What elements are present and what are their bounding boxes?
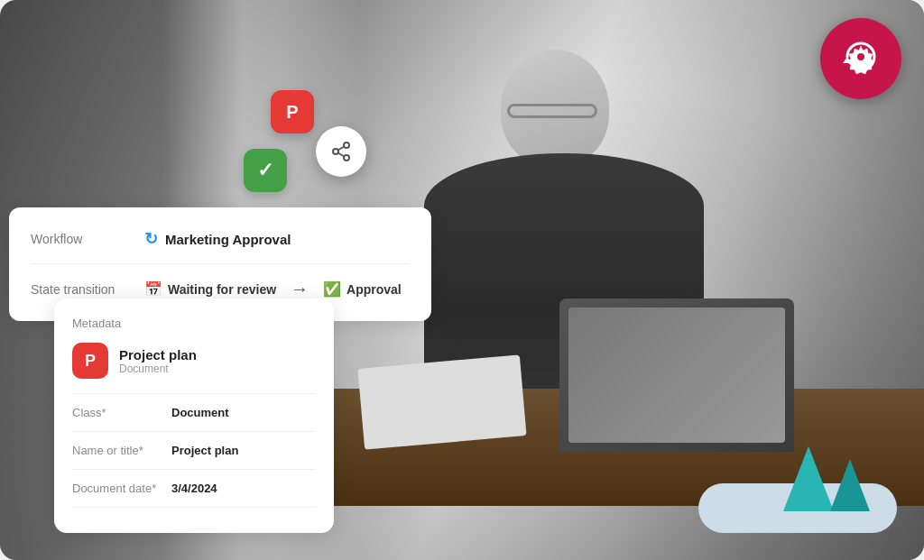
svg-point-2 [857,53,864,60]
metadata-field-row: Name or title*Project plan [72,439,316,462]
floating-icons-area: P ✓ [235,90,415,198]
svg-line-7 [338,147,345,151]
main-scene: P ✓ Workflow ↻ Marketing Approval [0,0,924,560]
svg-point-4 [333,149,338,154]
teal-decoration [783,446,870,515]
laptop-display [568,308,785,443]
metadata-field-key: Document date* [72,482,171,495]
metadata-section-title: Metadata [72,317,316,330]
metadata-field-key: Class* [72,406,171,419]
state-transition-label: State transition [31,282,130,297]
metadata-field-key: Name or title* [72,444,171,457]
svg-point-3 [344,142,349,148]
workflow-row: Workflow ↻ Marketing Approval [31,222,410,256]
metadata-field-row: Class*Document [72,401,316,424]
teal-peak-1 [783,446,834,511]
state-from-text: Waiting for review [168,282,276,297]
state-to-text: Approval [346,282,402,297]
metadata-field-value: 3/4/2024 [171,482,217,495]
workflow-label: Workflow [31,232,130,246]
metadata-doc-type: Document [119,363,197,375]
workflow-divider [31,263,410,264]
state-from-badge: 📅 Waiting for review [144,280,276,298]
metadata-field-value: Project plan [171,444,238,457]
gear-badge [820,18,901,99]
metadata-field-value: Document [171,406,229,419]
laptop-screen [559,298,794,452]
metadata-doc-info: Project plan Document [119,347,197,375]
state-transition-value: 📅 Waiting for review → ✅ Approval [144,279,402,299]
metadata-divider-1 [72,393,316,394]
notebook [357,354,526,449]
workflow-refresh-icon: ↻ [144,229,158,249]
person-glasses [507,104,597,118]
teal-peak-2 [830,459,870,511]
calendar-icon: 📅 [144,280,162,298]
workflow-value-area: ↻ Marketing Approval [144,229,291,249]
metadata-row-divider [72,469,316,470]
metadata-header: P Project plan Document [72,343,316,379]
arrow-right-icon: → [291,279,309,299]
metadata-doc-name: Project plan [119,347,197,363]
state-to-badge: ✅ Approval [323,280,402,298]
check-circle-icon: ✅ [323,280,341,298]
workflow-name: Marketing Approval [165,232,291,247]
metadata-doc-icon: P [72,343,108,379]
metadata-fields-list: Class*DocumentName or title*Project plan… [72,401,316,508]
metadata-card: Metadata P Project plan Document Class*D… [54,298,334,533]
gear-icon [838,34,883,83]
metadata-field-row: Document date*3/4/2024 [72,477,316,500]
share-icon [316,126,366,177]
svg-line-6 [338,153,345,157]
project-p-icon: P [271,90,314,133]
metadata-row-divider [72,507,316,508]
metadata-row-divider [72,431,316,432]
svg-point-5 [344,155,349,161]
check-icon: ✓ [244,149,287,192]
